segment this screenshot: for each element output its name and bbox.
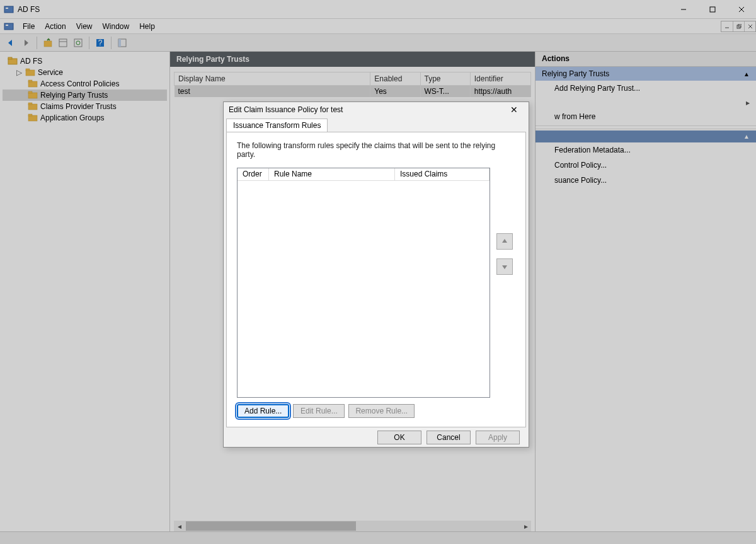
menu-window[interactable]: Window — [98, 21, 135, 32]
dialog-titlebar[interactable]: Edit Claim Issuance Policy for test ✕ — [224, 102, 529, 117]
col-identifier[interactable]: Identifier — [470, 72, 530, 86]
collapse-icon: ▲ — [743, 71, 750, 78]
actions-header: Actions — [536, 52, 756, 67]
menu-action[interactable]: Action — [40, 21, 71, 32]
status-bar — [0, 531, 756, 544]
close-button[interactable] — [727, 0, 756, 19]
action-issuance-policy[interactable]: suance Policy... — [536, 173, 756, 188]
svg-rect-24 — [26, 70, 35, 76]
svg-rect-25 — [26, 69, 30, 71]
rules-table[interactable]: Order Rule Name Issued Claims — [237, 168, 490, 398]
svg-rect-14 — [59, 39, 67, 47]
svg-rect-33 — [28, 114, 32, 116]
svg-rect-6 — [4, 23, 13, 30]
menu-view[interactable]: View — [71, 21, 98, 32]
col-issued-claims[interactable]: Issued Claims — [395, 168, 490, 180]
tree-item-relying-party-trusts[interactable]: Relying Party Trusts — [3, 90, 167, 101]
apply-button: Apply — [476, 431, 520, 444]
app-icon — [4, 4, 14, 14]
actions-section-label: Relying Party Trusts — [542, 69, 609, 78]
folder-icon — [28, 91, 38, 100]
action-control-policy[interactable]: Control Policy... — [536, 158, 756, 173]
minimize-button[interactable] — [669, 0, 698, 19]
mdi-minimize-button[interactable] — [721, 21, 733, 32]
menu-file[interactable]: File — [18, 21, 40, 32]
properties-button[interactable] — [56, 36, 70, 50]
app-menu-icon — [4, 21, 14, 32]
action-new-window[interactable]: w from Here — [536, 109, 756, 124]
action-add-relying-party[interactable]: Add Relying Party Trust... — [536, 81, 756, 96]
action-view-submenu[interactable] — [536, 96, 756, 109]
scroll-right-icon[interactable]: ▸ — [520, 521, 531, 531]
move-up-button[interactable] — [496, 233, 513, 250]
move-down-button[interactable] — [496, 258, 513, 275]
tree-item-service[interactable]: ▷ Service — [3, 67, 167, 78]
table-row[interactable]: test Yes WS-T... https://auth — [175, 86, 531, 98]
folder-icon — [28, 113, 38, 122]
actions-section-rpt[interactable]: Relying Party Trusts ▲ — [536, 67, 756, 81]
svg-rect-3 — [710, 7, 715, 12]
tree-item-access-control[interactable]: Access Control Policies — [3, 78, 167, 90]
tree-item-claims-provider[interactable]: Claims Provider Trusts — [3, 101, 167, 112]
up-button[interactable] — [41, 36, 55, 50]
dialog-body: The following transform rules specify th… — [226, 132, 526, 427]
svg-text:?: ? — [98, 38, 103, 47]
tab-issuance-transform-rules[interactable]: Issuance Transform Rules — [226, 119, 328, 132]
maximize-button[interactable] — [698, 0, 727, 19]
scroll-thumb[interactable] — [186, 521, 356, 531]
add-rule-button[interactable]: Add Rule... — [237, 404, 289, 418]
tree-panel: AD FS ▷ Service Access Control Policies … — [0, 52, 170, 531]
show-hide-button[interactable] — [115, 36, 129, 50]
col-enabled[interactable]: Enabled — [370, 72, 420, 86]
svg-rect-29 — [28, 91, 32, 93]
ok-button[interactable]: OK — [377, 431, 421, 444]
folder-icon — [25, 68, 35, 77]
col-rule-name[interactable]: Rule Name — [269, 168, 395, 180]
svg-rect-7 — [6, 25, 8, 26]
rule-action-buttons: Add Rule... Edit Rule... Remove Rule... — [237, 404, 515, 418]
svg-rect-23 — [8, 57, 12, 59]
mdi-restore-button[interactable] — [733, 21, 744, 32]
toolbar-separator — [89, 37, 89, 49]
edit-rule-button: Edit Rule... — [293, 404, 345, 418]
svg-rect-21 — [118, 39, 121, 47]
cell-display-name: test — [175, 86, 370, 98]
center-header: Relying Party Trusts — [170, 52, 535, 67]
action-federation-metadata[interactable]: Federation Metadata... — [536, 142, 756, 158]
horizontal-scrollbar[interactable]: ◂ ▸ — [174, 521, 531, 531]
folder-icon — [28, 102, 38, 111]
window-titlebar: AD FS — [0, 0, 756, 19]
mdi-close-button[interactable] — [744, 21, 755, 32]
svg-rect-13 — [44, 41, 52, 47]
col-type[interactable]: Type — [420, 72, 470, 86]
actions-section-selected[interactable]: ▲ — [536, 130, 756, 142]
toolbar: ? — [0, 34, 756, 52]
folder-icon — [28, 79, 38, 88]
col-order[interactable]: Order — [238, 168, 269, 180]
tree-root[interactable]: AD FS — [3, 55, 167, 67]
dialog-footer: OK Cancel Apply — [224, 427, 529, 447]
forward-button[interactable] — [19, 36, 33, 50]
refresh-button[interactable] — [71, 36, 85, 50]
dialog-close-button[interactable]: ✕ — [505, 102, 524, 117]
window-title: AD FS — [18, 5, 669, 14]
tree-label: Claims Provider Trusts — [40, 102, 117, 111]
svg-rect-1 — [6, 8, 8, 9]
cell-enabled: Yes — [370, 86, 420, 98]
actions-panel: Actions Relying Party Trusts ▲ Add Relyi… — [536, 52, 756, 531]
expander-icon[interactable]: ▷ — [15, 68, 23, 77]
col-display-name[interactable]: Display Name — [175, 72, 370, 86]
menu-help[interactable]: Help — [134, 21, 160, 32]
svg-rect-26 — [28, 81, 37, 87]
trusts-table: Display Name Enabled Type Identifier tes… — [174, 72, 531, 97]
help-button[interactable]: ? — [93, 36, 107, 50]
cancel-button[interactable]: Cancel — [427, 431, 471, 444]
toolbar-separator — [111, 37, 112, 49]
remove-rule-button: Remove Rule... — [348, 404, 415, 418]
tree-label: Relying Party Trusts — [40, 91, 108, 100]
back-button[interactable] — [4, 36, 18, 50]
svg-rect-27 — [28, 80, 32, 82]
toolbar-separator — [37, 37, 37, 49]
tree-item-application-groups[interactable]: Application Groups — [3, 112, 167, 124]
scroll-left-icon[interactable]: ◂ — [174, 521, 185, 531]
